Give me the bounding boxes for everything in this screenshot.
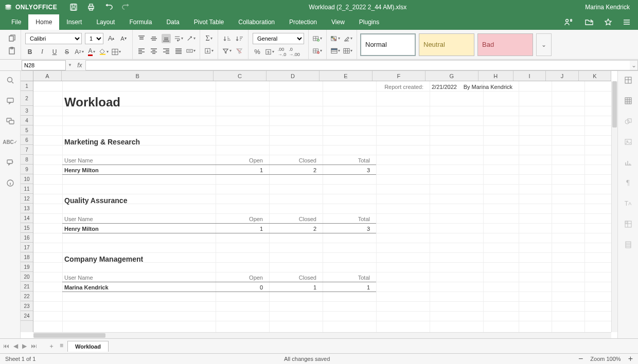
- col-header-K[interactable]: K: [579, 71, 611, 81]
- row-header-18[interactable]: 18: [21, 252, 33, 262]
- row-header-4[interactable]: 4: [21, 116, 33, 125]
- fill-icon[interactable]: [204, 46, 214, 56]
- col-header-J[interactable]: J: [546, 71, 578, 81]
- menu-tab-collaboration[interactable]: Collaboration: [231, 14, 282, 30]
- about-icon[interactable]: [5, 178, 15, 188]
- row-header-12[interactable]: 12: [21, 194, 33, 204]
- clear-filter-icon[interactable]: [235, 46, 244, 56]
- print-icon[interactable]: [87, 3, 95, 11]
- cell-settings-icon[interactable]: [623, 75, 633, 85]
- row-header-15[interactable]: 15: [21, 223, 33, 233]
- last-sheet-icon[interactable]: ⏭: [31, 342, 37, 350]
- orientation-icon[interactable]: [186, 34, 196, 43]
- menu-tab-data[interactable]: Data: [159, 14, 186, 30]
- row-header-17[interactable]: 17: [21, 243, 33, 252]
- row-header-6[interactable]: 6: [21, 135, 33, 145]
- conditional-format-icon[interactable]: [331, 34, 340, 43]
- share-icon[interactable]: [564, 18, 574, 26]
- col-header-E[interactable]: E: [320, 71, 373, 81]
- select-all-corner[interactable]: [21, 71, 33, 81]
- first-sheet-icon[interactable]: ⏮: [3, 342, 9, 350]
- zoom-out-icon[interactable]: −: [578, 354, 583, 363]
- merge-icon[interactable]: [186, 46, 196, 56]
- next-sheet-icon[interactable]: ▶: [22, 342, 27, 350]
- row-header-7[interactable]: 7: [21, 145, 33, 155]
- row-header-2[interactable]: 2: [21, 91, 33, 106]
- row-header-13[interactable]: 13: [21, 204, 33, 213]
- fx-icon[interactable]: fx: [74, 62, 85, 69]
- vertical-scrollbar[interactable]: [611, 81, 617, 332]
- col-header-I[interactable]: I: [513, 71, 546, 81]
- borders-icon[interactable]: [112, 47, 121, 57]
- menu-tab-file[interactable]: File: [4, 14, 28, 30]
- table-settings-icon[interactable]: [623, 96, 633, 106]
- col-header-D[interactable]: D: [267, 71, 320, 81]
- chat-icon[interactable]: [5, 116, 15, 126]
- image-settings-icon[interactable]: [623, 137, 633, 147]
- textart-settings-icon[interactable]: TA: [623, 198, 633, 209]
- add-sheet-icon[interactable]: ＋: [48, 342, 55, 351]
- row-header-1[interactable]: 1: [21, 81, 33, 91]
- align-left-icon[interactable]: [137, 46, 146, 56]
- formula-input[interactable]: [85, 60, 630, 70]
- decrease-decimal-icon[interactable]: .00→.0: [277, 47, 287, 57]
- style-normal[interactable]: Normal: [360, 33, 416, 56]
- row-header-22[interactable]: 22: [21, 292, 33, 301]
- redo-icon[interactable]: [122, 3, 130, 11]
- sum-icon[interactable]: Σ: [204, 34, 214, 43]
- menu-tab-view[interactable]: View: [324, 14, 352, 30]
- menu-tab-protection[interactable]: Protection: [282, 14, 324, 30]
- horizontal-scrollbar[interactable]: [33, 332, 611, 338]
- feedback-icon[interactable]: [5, 157, 15, 168]
- row-header-16[interactable]: 16: [21, 233, 33, 243]
- sheet-tab-workload[interactable]: Workload: [67, 341, 109, 352]
- table-template-icon[interactable]: [331, 46, 340, 56]
- col-header-A[interactable]: A: [33, 71, 62, 81]
- delete-cells-icon[interactable]: [313, 46, 322, 56]
- clear-icon[interactable]: [343, 34, 352, 43]
- row-header-19[interactable]: 19: [21, 262, 33, 272]
- row-header-3[interactable]: 3: [21, 106, 33, 116]
- row-header-24[interactable]: 24: [21, 311, 33, 321]
- menu-tab-layout[interactable]: Layout: [89, 14, 122, 30]
- sort-asc-icon[interactable]: [222, 34, 232, 43]
- justify-icon[interactable]: [174, 46, 183, 56]
- search-icon[interactable]: [5, 75, 15, 85]
- number-format-select[interactable]: General: [253, 33, 304, 44]
- style-expand-icon[interactable]: ⌄: [536, 33, 552, 56]
- align-bottom-icon[interactable]: [162, 34, 171, 43]
- row-header-11[interactable]: 11: [21, 184, 33, 194]
- spreadsheet-area[interactable]: ABCDEFGHIJK 1234567891011121314151617181…: [21, 71, 617, 338]
- font-family-select[interactable]: Calibri: [25, 33, 82, 44]
- align-top-icon[interactable]: [137, 34, 146, 43]
- decrease-font-icon[interactable]: A▾: [119, 34, 128, 43]
- style-neutral[interactable]: Neutral: [419, 33, 474, 56]
- increase-decimal-icon[interactable]: .0→.00: [290, 47, 299, 57]
- strikethrough-icon[interactable]: S: [62, 47, 72, 57]
- spellcheck-icon[interactable]: ABC✓: [5, 137, 15, 147]
- row-header-21[interactable]: 21: [21, 282, 33, 292]
- menu-icon[interactable]: [623, 18, 631, 26]
- paste-icon[interactable]: [7, 46, 16, 56]
- col-header-G[interactable]: G: [426, 71, 478, 81]
- pivot-settings-icon[interactable]: [623, 219, 633, 229]
- row-header-14[interactable]: 14: [21, 213, 33, 223]
- sort-desc-icon[interactable]: [235, 34, 244, 43]
- style-bad[interactable]: Bad: [477, 33, 533, 56]
- copy-icon[interactable]: [7, 34, 16, 43]
- subscript-icon[interactable]: A2: [75, 47, 84, 57]
- insert-cells-icon[interactable]: [313, 34, 322, 43]
- user-name[interactable]: Marina Kendrick: [585, 4, 630, 11]
- name-box-dropdown-icon[interactable]: ▼: [66, 63, 74, 67]
- row-header-9[interactable]: 9: [21, 165, 33, 174]
- fill-color-icon[interactable]: [99, 47, 109, 57]
- save-icon[interactable]: [69, 3, 78, 11]
- menu-tab-plugins[interactable]: Plugins: [352, 14, 386, 30]
- font-color-icon[interactable]: A: [87, 47, 96, 57]
- col-header-B[interactable]: B: [62, 71, 214, 81]
- menu-tab-formula[interactable]: Formula: [122, 14, 159, 30]
- row-header-10[interactable]: 10: [21, 174, 33, 184]
- favorite-icon[interactable]: [604, 18, 612, 26]
- menu-tab-pivot-table[interactable]: Pivot Table: [187, 14, 231, 30]
- filter-icon[interactable]: [222, 46, 232, 56]
